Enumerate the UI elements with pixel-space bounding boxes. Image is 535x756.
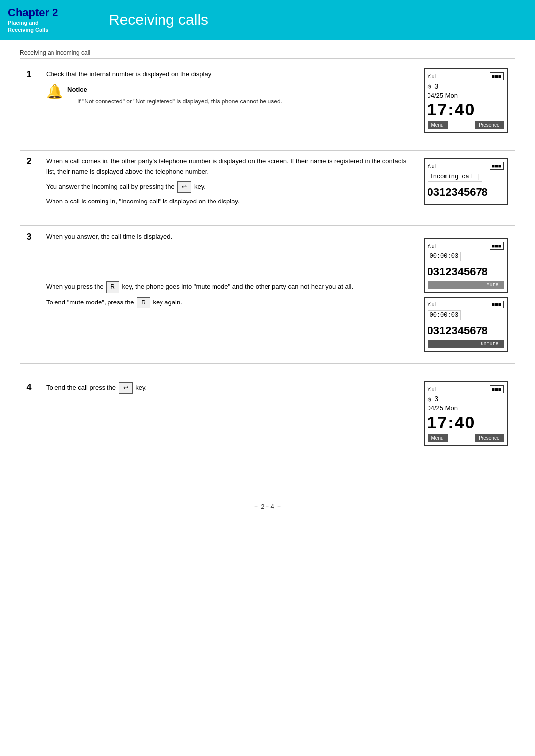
step-4: 4 To end the call press the ↩ key. Y.ul … (20, 376, 515, 451)
step-number-2: 2 (20, 151, 38, 213)
battery-icon-2: ■■■ (490, 162, 504, 170)
timer-3b: 00:00:03 (428, 310, 461, 320)
mute-button-3a: Mute (428, 281, 504, 289)
chapter-label: Chapter 2 (8, 6, 91, 19)
soft-keys-1: Menu Presence (428, 121, 504, 129)
signal-icon-1: Y.ul (428, 73, 436, 79)
status-bar-1: Y.ul ■■■ (428, 72, 504, 80)
notice-icon: 🔔 (46, 85, 63, 99)
page-title-area: Receiving calls (99, 0, 535, 40)
notice-text: If "Not connected" or "Not registered" i… (67, 97, 282, 106)
notice-title: Notice (67, 85, 282, 95)
step-3-text2: When you press the R key, the phone goes… (46, 281, 408, 293)
time-display-1: 17:40 (428, 100, 504, 119)
step-number-4: 4 (20, 376, 38, 451)
number-3a: 0312345678 (428, 265, 504, 278)
incoming-number-2: 0312345678 (428, 186, 504, 199)
unmute-button-3b: Unmute (428, 340, 504, 348)
step-4-screen: Y.ul ■■■ ⚙ 3 04/25 Mon 17:40 Menu Presen… (416, 376, 515, 451)
answer-key-btn: ↩ (177, 181, 191, 193)
step-3-content: When you answer, the call time is displa… (38, 226, 416, 363)
step-1: 1 Check that the internal number is disp… (20, 63, 515, 138)
timer-3a: 00:00:03 (428, 252, 461, 261)
status-bar-2: Y.ul ■■■ (428, 162, 504, 170)
icon-row-1: ⚙ 3 (428, 82, 504, 91)
step-2-text1: When a call comes in, the other party's … (46, 156, 408, 177)
section-label: Receiving an incoming call (20, 50, 515, 59)
step-3-screens: Y.ul ■■■ 00:00:03 0312345678 Mute Y.ul ■… (416, 226, 515, 363)
step-2-text2: You answer the incoming call by pressing… (46, 181, 408, 193)
end-key-btn: ↩ (119, 382, 133, 394)
step-4-content: To end the call press the ↩ key. (38, 376, 416, 451)
chapter-info: Chapter 2 Placing and Receiving Calls (0, 0, 99, 40)
signal-icon-2: Y.ul (428, 163, 436, 169)
page-header: Chapter 2 Placing and Receiving Calls Re… (0, 0, 535, 40)
main-content: Receiving an incoming call 1 Check that … (0, 40, 535, 473)
battery-icon-1: ■■■ (490, 72, 504, 80)
signal-icon-3b: Y.ul (428, 302, 436, 307)
step-1-content: Check that the internal number is displa… (38, 63, 416, 138)
step-3-text1: When you answer, the call time is displa… (46, 232, 408, 242)
battery-icon-3b: ■■■ (490, 301, 504, 308)
phone-screen-4: Y.ul ■■■ ⚙ 3 04/25 Mon 17:40 Menu Presen… (424, 381, 508, 446)
step-1-screen: Y.ul ■■■ ⚙ 3 04/25 Mon 17:40 Menu Presen… (416, 63, 515, 138)
signal-icon-4: Y.ul (428, 386, 436, 392)
settings-icon-1: ⚙ (428, 82, 431, 91)
chapter-subtitle: Placing and Receiving Calls (8, 19, 91, 34)
phone-screen-1: Y.ul ■■■ ⚙ 3 04/25 Mon 17:40 Menu Presen… (424, 68, 508, 133)
soft-key-presence-1: Presence (475, 121, 503, 129)
step-2-content: When a call comes in, the other party's … (38, 151, 416, 213)
step-2-text4: When a call is coming in, "Incoming call… (46, 197, 408, 207)
notice-content: Notice If "Not connected" or "Not regist… (67, 85, 282, 106)
status-bar-3b: Y.ul ■■■ (428, 301, 504, 308)
screen-number-4: 3 (434, 395, 438, 403)
page-footer: － 2－4 － (0, 493, 535, 521)
step-number-3: 3 (20, 226, 38, 363)
incoming-call-label: Incoming cal | (428, 172, 482, 182)
status-bar-4: Y.ul ■■■ (428, 385, 504, 393)
number-3b: 0312345678 (428, 324, 504, 337)
r-key-btn-2: R (137, 297, 150, 308)
phone-screen-3b: Y.ul ■■■ 00:00:03 0312345678 Unmute (424, 297, 508, 352)
page-number: － 2－4 － (253, 503, 283, 510)
date-line-1: 04/25 Mon (428, 92, 504, 99)
soft-key-presence-4: Presence (475, 434, 503, 442)
status-bar-3a: Y.ul ■■■ (428, 242, 504, 250)
date-line-4: 04/25 Mon (428, 404, 504, 412)
phone-screen-2: Y.ul ■■■ Incoming cal | 0312345678 (424, 158, 508, 205)
soft-key-menu-1: Menu (428, 121, 448, 129)
screen-number-1: 3 (434, 83, 438, 91)
battery-icon-3a: ■■■ (490, 242, 504, 250)
r-key-btn-1: R (106, 281, 119, 293)
icon-row-4: ⚙ 3 (428, 395, 504, 403)
time-display-4: 17:40 (428, 413, 504, 432)
step-1-text: Check that the internal number is displa… (46, 69, 408, 80)
notice-box: 🔔 Notice If "Not connected" or "Not regi… (46, 85, 408, 106)
step-4-text: To end the call press the ↩ key. (46, 382, 408, 394)
soft-keys-4: Menu Presence (428, 434, 504, 442)
battery-icon-4: ■■■ (490, 385, 504, 393)
soft-key-menu-4: Menu (428, 434, 448, 442)
step-2-screen: Y.ul ■■■ Incoming cal | 0312345678 (416, 151, 515, 213)
step-3-text4: To end "mute mode", press the R key agai… (46, 297, 408, 308)
step-3: 3 When you answer, the call time is disp… (20, 225, 515, 364)
settings-icon-4: ⚙ (428, 395, 431, 403)
step-number-1: 1 (20, 63, 38, 138)
signal-icon-3a: Y.ul (428, 243, 436, 249)
phone-screen-3a: Y.ul ■■■ 00:00:03 0312345678 Mute (424, 238, 508, 293)
step-2: 2 When a call comes in, the other party'… (20, 150, 515, 213)
page-title: Receiving calls (109, 11, 208, 28)
